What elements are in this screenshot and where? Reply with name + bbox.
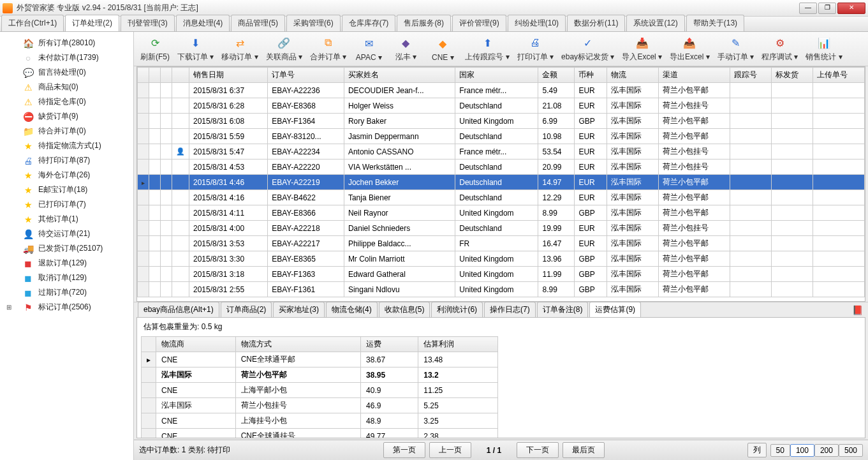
page-size-button[interactable]: 500 xyxy=(839,444,863,457)
main-tab[interactable]: 售后服务(8) xyxy=(397,15,451,31)
column-header[interactable]: 运费 xyxy=(361,337,418,352)
sidebar-item[interactable]: ★海外仓订单(26) xyxy=(3,168,131,182)
column-header[interactable]: 标发货 xyxy=(772,68,813,83)
shipping-estimate-grid[interactable]: 物流商物流方式运费估算利润▸CNECNE全球通平邮38.6713.48泓丰国际荷… xyxy=(137,336,865,438)
detail-tab[interactable]: ebay商品信息(Alt+1) xyxy=(138,302,219,317)
sidebar-item[interactable]: ◼取消订单(129) xyxy=(3,271,131,285)
detail-tab[interactable]: 订单商品(2) xyxy=(221,302,272,317)
column-header[interactable]: 估算利润 xyxy=(418,337,498,352)
toolbar-button[interactable]: ✓ebay标记发货 ▾ xyxy=(559,34,617,64)
table-row[interactable]: 2015/8/31 6:28EBAY-E8368Holger WeissDeut… xyxy=(138,98,865,114)
column-header[interactable]: 物流商 xyxy=(156,337,236,352)
sidebar-item[interactable]: ★已打印订单(7) xyxy=(3,197,131,212)
column-header[interactable]: 物流方式 xyxy=(235,337,360,352)
table-row[interactable]: 2015/8/31 4:46EBAY-A22219Jochen BekkerDe… xyxy=(138,175,865,190)
toolbar-button[interactable]: ✎手动订单 ▾ xyxy=(715,34,756,64)
column-header[interactable]: 买家姓名 xyxy=(344,68,455,83)
help-book-icon[interactable]: 📕 xyxy=(852,305,863,315)
table-row[interactable]: 2015/8/31 4:00EBAY-A22218Daniel Schniede… xyxy=(138,221,865,236)
column-header[interactable]: 渠道 xyxy=(658,68,730,83)
prev-page-button[interactable]: 上一页 xyxy=(429,442,471,458)
main-tab[interactable]: 帮助关于(13) xyxy=(686,15,744,31)
table-row[interactable]: 2015/8/31 4:11EBAY-E8366Neil RaynorUnite… xyxy=(138,205,865,221)
sidebar-item[interactable]: ★E邮宝订单(18) xyxy=(3,182,131,197)
toolbar-button[interactable]: ✉APAC ▾ xyxy=(351,35,386,63)
toolbar-button[interactable]: ◆CNE ▾ xyxy=(425,35,460,63)
toolbar-button[interactable]: ◆泓丰 ▾ xyxy=(388,34,423,64)
table-row[interactable]: 泓丰国际荷兰小包平邮38.9513.2 xyxy=(142,367,498,383)
toolbar-button[interactable]: ⧉合并订单 ▾ xyxy=(307,34,349,64)
sidebar-item[interactable]: 🚚已发货订单(25107) xyxy=(3,241,131,256)
sidebar-item[interactable]: 🏠所有订单(28010) xyxy=(3,36,131,50)
detail-tab[interactable]: 买家地址(3) xyxy=(273,302,325,317)
minimize-button[interactable]: — xyxy=(799,3,817,14)
sidebar-item[interactable]: 👤待交运订单(21) xyxy=(3,226,131,241)
sidebar-item[interactable]: ★待指定物流方式(1) xyxy=(3,138,131,153)
sidebar-item[interactable]: ⚠商品未知(0) xyxy=(3,80,131,94)
tree-expand-icon[interactable]: ⊞ xyxy=(5,304,13,311)
main-tab[interactable]: 订单处理(2) xyxy=(65,15,119,31)
column-header[interactable]: 物流 xyxy=(607,68,659,83)
sidebar-item[interactable]: ⊞⚑标记订单(2506) xyxy=(3,300,131,315)
table-row[interactable]: 2015/8/31 4:16EBAY-B4622Tanja BienerDeut… xyxy=(138,190,865,205)
list-mode-button[interactable]: 列 xyxy=(747,443,767,457)
sidebar-item[interactable]: ⚠待指定仓库(0) xyxy=(3,94,131,109)
main-tab[interactable]: 评价管理(9) xyxy=(452,15,506,31)
table-row[interactable]: CNE上海平邮小包40.911.25 xyxy=(142,383,498,398)
main-tab[interactable]: 刊登管理(3) xyxy=(121,15,175,31)
table-row[interactable]: CNECNE全球通挂号49.772.38 xyxy=(142,429,498,438)
detail-tab[interactable]: 物流仓储(4) xyxy=(326,302,378,317)
table-row[interactable]: CNE上海挂号小包48.93.25 xyxy=(142,413,498,429)
toolbar-button[interactable]: 🔗关联商品 ▾ xyxy=(263,34,305,64)
table-row[interactable]: 2015/8/31 5:59EBAY-83120...Jasmin Depper… xyxy=(138,129,865,144)
page-size-button[interactable]: 200 xyxy=(814,444,839,457)
first-page-button[interactable]: 第一页 xyxy=(383,442,425,458)
table-row[interactable]: 2015/8/31 4:53EBAY-A22220VIA Werkstätten… xyxy=(138,160,865,175)
column-header[interactable]: 跟踪号 xyxy=(730,68,772,83)
next-page-button[interactable]: 下一页 xyxy=(517,442,559,458)
main-tab[interactable]: 纠纷处理(10) xyxy=(508,15,566,31)
last-page-button[interactable]: 最后页 xyxy=(563,442,605,458)
column-header[interactable]: 上传单号 xyxy=(813,68,865,83)
toolbar-button[interactable]: 📤导出Excel ▾ xyxy=(667,34,712,64)
sidebar-item[interactable]: 💬留言待处理(0) xyxy=(3,65,131,80)
column-header[interactable]: 销售日期 xyxy=(189,68,268,83)
toolbar-button[interactable]: ⬆上传跟踪号 ▾ xyxy=(462,34,511,64)
toolbar-button[interactable]: ⟳刷新(F5) xyxy=(138,34,172,64)
column-header[interactable]: 金额 xyxy=(538,68,575,83)
detail-tab[interactable]: 收款信息(5) xyxy=(379,302,430,317)
table-row[interactable]: 2015/8/31 3:18EBAY-F1363Edward GatheralU… xyxy=(138,267,865,282)
table-row[interactable]: 2015/8/31 3:53EBAY-A22217Philippe Baldac… xyxy=(138,236,865,251)
table-row[interactable]: 👤2015/8/31 5:47EBAY-A22234Antonio CASSAN… xyxy=(138,144,865,160)
toolbar-button[interactable]: 📥导入Excel ▾ xyxy=(619,34,665,64)
maximize-button[interactable]: ❐ xyxy=(818,3,836,14)
sidebar-item[interactable]: ★其他订单(1) xyxy=(3,212,131,226)
detail-tab[interactable]: 订单备注(8) xyxy=(537,302,589,317)
toolbar-button[interactable]: ⚙程序调试 ▾ xyxy=(759,34,800,64)
main-tab[interactable]: 工作台(Ctrl+1) xyxy=(1,15,64,31)
table-row[interactable]: 泓丰国际荷兰小包挂号46.95.25 xyxy=(142,398,498,413)
main-tab[interactable]: 仓库库存(7) xyxy=(342,15,396,31)
orders-grid[interactable]: 销售日期订单号买家姓名国家金额币种物流渠道跟踪号标发货上传单号2015/8/31… xyxy=(136,66,865,302)
toolbar-button[interactable]: ⇄移动订单 ▾ xyxy=(219,34,260,64)
table-row[interactable]: ▸CNECNE全球通平邮38.6713.48 xyxy=(142,352,498,367)
toolbar-button[interactable]: 📊销售统计 ▾ xyxy=(803,34,844,64)
table-row[interactable]: 2015/8/31 6:08EBAY-F1364Rory BakerUnited… xyxy=(138,114,865,129)
sidebar-item[interactable]: ◼退款订单(129) xyxy=(3,256,131,271)
table-row[interactable]: 2015/8/31 6:37EBAY-A22236DECOUDIER Jean-… xyxy=(138,83,865,98)
sidebar-item[interactable]: ◼过期订单(720) xyxy=(3,285,131,300)
main-tab[interactable]: 商品管理(5) xyxy=(231,15,285,31)
page-size-button[interactable]: 50 xyxy=(770,444,790,457)
detail-tab[interactable]: 运费估算(9) xyxy=(589,302,641,317)
sidebar-item[interactable]: 🖨待打印订单(87) xyxy=(3,153,131,168)
sidebar-item[interactable]: ○未付款订单(1739) xyxy=(3,50,131,65)
toolbar-button[interactable]: 🖨打印订单 ▾ xyxy=(515,34,556,64)
main-tab[interactable]: 消息处理(4) xyxy=(176,15,230,31)
main-tab[interactable]: 系统设置(12) xyxy=(626,15,684,31)
toolbar-button[interactable]: ⬇下载订单 ▾ xyxy=(175,34,216,64)
detail-tab[interactable]: 操作日志(7) xyxy=(484,302,536,317)
column-header[interactable]: 订单号 xyxy=(268,68,344,83)
main-tab[interactable]: 数据分析(11) xyxy=(567,15,625,31)
table-row[interactable]: 2015/8/31 3:30EBAY-E8365Mr Colin Marriot… xyxy=(138,251,865,267)
detail-tab[interactable]: 利润统计(6) xyxy=(431,302,483,317)
